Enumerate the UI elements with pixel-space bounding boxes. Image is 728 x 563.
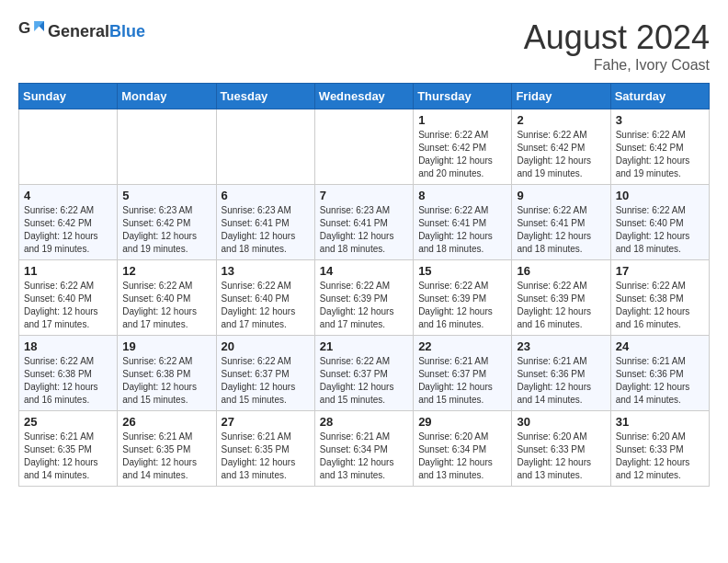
cell-info-text: Sunrise: 6:20 AM Sunset: 6:33 PM Dayligh…: [616, 431, 704, 482]
calendar-cell: 9Sunrise: 6:22 AM Sunset: 6:41 PM Daylig…: [512, 185, 610, 260]
cell-info-text: Sunrise: 6:22 AM Sunset: 6:40 PM Dayligh…: [222, 280, 310, 331]
calendar-cell: 30Sunrise: 6:20 AM Sunset: 6:33 PM Dayli…: [512, 411, 610, 487]
cell-date-number: 27: [222, 415, 310, 429]
location: Fahe, Ivory Coast: [524, 57, 710, 74]
calendar-cell: 5Sunrise: 6:23 AM Sunset: 6:42 PM Daylig…: [118, 185, 216, 260]
header-day-saturday: Saturday: [610, 84, 709, 109]
calendar-cell: 28Sunrise: 6:21 AM Sunset: 6:34 PM Dayli…: [314, 411, 413, 487]
cell-date-number: 11: [24, 264, 112, 278]
cell-info-text: Sunrise: 6:23 AM Sunset: 6:41 PM Dayligh…: [320, 204, 408, 256]
header-day-thursday: Thursday: [414, 84, 512, 109]
calendar-cell: 17Sunrise: 6:22 AM Sunset: 6:38 PM Dayli…: [610, 260, 709, 336]
cell-date-number: 18: [24, 339, 112, 353]
cell-info-text: Sunrise: 6:21 AM Sunset: 6:34 PM Dayligh…: [320, 431, 408, 482]
cell-info-text: Sunrise: 6:22 AM Sunset: 6:37 PM Dayligh…: [320, 355, 408, 407]
cell-date-number: 13: [222, 264, 310, 278]
header-day-wednesday: Wednesday: [314, 84, 413, 109]
cell-info-text: Sunrise: 6:22 AM Sunset: 6:40 PM Dayligh…: [616, 204, 704, 256]
calendar-table: SundayMondayTuesdayWednesdayThursdayFrid…: [18, 83, 710, 487]
calendar-week-3: 11Sunrise: 6:22 AM Sunset: 6:40 PM Dayli…: [19, 260, 710, 336]
cell-date-number: 26: [122, 415, 210, 429]
cell-info-text: Sunrise: 6:21 AM Sunset: 6:37 PM Dayligh…: [418, 355, 506, 407]
calendar-cell: 16Sunrise: 6:22 AM Sunset: 6:39 PM Dayli…: [512, 260, 610, 336]
cell-info-text: Sunrise: 6:21 AM Sunset: 6:35 PM Dayligh…: [24, 431, 112, 482]
cell-date-number: 17: [616, 264, 704, 278]
cell-info-text: Sunrise: 6:22 AM Sunset: 6:40 PM Dayligh…: [122, 280, 210, 331]
month-year: August 2024: [524, 18, 710, 57]
cell-date-number: 21: [320, 339, 408, 353]
calendar-cell: 21Sunrise: 6:22 AM Sunset: 6:37 PM Dayli…: [314, 336, 413, 411]
calendar-cell: 11Sunrise: 6:22 AM Sunset: 6:40 PM Dayli…: [19, 260, 118, 336]
cell-date-number: 22: [418, 339, 506, 353]
calendar-cell: 10Sunrise: 6:22 AM Sunset: 6:40 PM Dayli…: [610, 185, 709, 260]
title-block: August 2024 Fahe, Ivory Coast: [524, 18, 710, 74]
cell-info-text: Sunrise: 6:22 AM Sunset: 6:42 PM Dayligh…: [517, 129, 605, 180]
calendar-cell: 29Sunrise: 6:20 AM Sunset: 6:34 PM Dayli…: [414, 411, 512, 487]
cell-date-number: 9: [517, 189, 605, 202]
logo-blue: Blue: [109, 22, 145, 40]
cell-info-text: Sunrise: 6:20 AM Sunset: 6:34 PM Dayligh…: [418, 431, 506, 482]
cell-date-number: 28: [320, 415, 408, 429]
calendar-cell: [19, 109, 118, 185]
calendar-cell: [118, 109, 216, 185]
header-day-friday: Friday: [512, 84, 610, 109]
calendar-cell: 22Sunrise: 6:21 AM Sunset: 6:37 PM Dayli…: [414, 336, 512, 411]
cell-info-text: Sunrise: 6:22 AM Sunset: 6:39 PM Dayligh…: [320, 280, 408, 331]
calendar-cell: 19Sunrise: 6:22 AM Sunset: 6:38 PM Dayli…: [118, 336, 216, 411]
calendar-cell: 26Sunrise: 6:21 AM Sunset: 6:35 PM Dayli…: [118, 411, 216, 487]
calendar-cell: 15Sunrise: 6:22 AM Sunset: 6:39 PM Dayli…: [414, 260, 512, 336]
header-day-tuesday: Tuesday: [216, 84, 314, 109]
cell-date-number: 16: [517, 264, 605, 278]
cell-info-text: Sunrise: 6:22 AM Sunset: 6:39 PM Dayligh…: [517, 280, 605, 331]
cell-info-text: Sunrise: 6:20 AM Sunset: 6:33 PM Dayligh…: [517, 431, 605, 482]
calendar-cell: 12Sunrise: 6:22 AM Sunset: 6:40 PM Dayli…: [118, 260, 216, 336]
cell-info-text: Sunrise: 6:22 AM Sunset: 6:39 PM Dayligh…: [418, 280, 506, 331]
calendar-cell: 13Sunrise: 6:22 AM Sunset: 6:40 PM Dayli…: [216, 260, 314, 336]
calendar-week-2: 4Sunrise: 6:22 AM Sunset: 6:42 PM Daylig…: [19, 185, 710, 260]
cell-date-number: 24: [616, 339, 704, 353]
header-day-sunday: Sunday: [19, 84, 118, 109]
cell-info-text: Sunrise: 6:23 AM Sunset: 6:42 PM Dayligh…: [122, 204, 210, 256]
cell-date-number: 30: [517, 415, 605, 429]
cell-date-number: 3: [616, 113, 704, 127]
calendar-cell: 27Sunrise: 6:21 AM Sunset: 6:35 PM Dayli…: [216, 411, 314, 487]
cell-date-number: 2: [517, 113, 605, 127]
cell-info-text: Sunrise: 6:22 AM Sunset: 6:41 PM Dayligh…: [517, 204, 605, 256]
cell-info-text: Sunrise: 6:22 AM Sunset: 6:38 PM Dayligh…: [616, 280, 704, 331]
cell-info-text: Sunrise: 6:21 AM Sunset: 6:36 PM Dayligh…: [517, 355, 605, 407]
calendar-week-5: 25Sunrise: 6:21 AM Sunset: 6:35 PM Dayli…: [19, 411, 710, 487]
cell-date-number: 19: [122, 339, 210, 353]
calendar-cell: 23Sunrise: 6:21 AM Sunset: 6:36 PM Dayli…: [512, 336, 610, 411]
cell-date-number: 10: [616, 189, 704, 202]
cell-info-text: Sunrise: 6:22 AM Sunset: 6:38 PM Dayligh…: [24, 355, 112, 407]
cell-date-number: 5: [122, 189, 210, 202]
cell-date-number: 7: [320, 189, 408, 202]
calendar-cell: 2Sunrise: 6:22 AM Sunset: 6:42 PM Daylig…: [512, 109, 610, 185]
calendar-cell: 1Sunrise: 6:22 AM Sunset: 6:42 PM Daylig…: [414, 109, 512, 185]
cell-date-number: 6: [222, 189, 310, 202]
calendar-cell: 18Sunrise: 6:22 AM Sunset: 6:38 PM Dayli…: [19, 336, 118, 411]
calendar-cell: 20Sunrise: 6:22 AM Sunset: 6:37 PM Dayli…: [216, 336, 314, 411]
cell-info-text: Sunrise: 6:22 AM Sunset: 6:42 PM Dayligh…: [616, 129, 704, 180]
cell-info-text: Sunrise: 6:22 AM Sunset: 6:42 PM Dayligh…: [418, 129, 506, 180]
cell-date-number: 29: [418, 415, 506, 429]
calendar-cell: 3Sunrise: 6:22 AM Sunset: 6:42 PM Daylig…: [610, 109, 709, 185]
cell-date-number: 25: [24, 415, 112, 429]
calendar-cell: 6Sunrise: 6:23 AM Sunset: 6:41 PM Daylig…: [216, 185, 314, 260]
calendar-week-4: 18Sunrise: 6:22 AM Sunset: 6:38 PM Dayli…: [19, 336, 710, 411]
calendar-cell: 4Sunrise: 6:22 AM Sunset: 6:42 PM Daylig…: [19, 185, 118, 260]
cell-info-text: Sunrise: 6:21 AM Sunset: 6:35 PM Dayligh…: [122, 431, 210, 482]
logo-general: General: [48, 22, 109, 40]
cell-date-number: 12: [122, 264, 210, 278]
cell-date-number: 1: [418, 113, 506, 127]
cell-date-number: 23: [517, 339, 605, 353]
logo: G GeneralBlue: [18, 18, 145, 44]
cell-info-text: Sunrise: 6:23 AM Sunset: 6:41 PM Dayligh…: [222, 204, 310, 256]
calendar-cell: 8Sunrise: 6:22 AM Sunset: 6:41 PM Daylig…: [414, 185, 512, 260]
calendar-cell: [314, 109, 413, 185]
page-header: G GeneralBlue August 2024 Fahe, Ivory Co…: [18, 18, 710, 74]
header-day-monday: Monday: [118, 84, 216, 109]
calendar-cell: 24Sunrise: 6:21 AM Sunset: 6:36 PM Dayli…: [610, 336, 709, 411]
calendar-header-row: SundayMondayTuesdayWednesdayThursdayFrid…: [19, 84, 710, 109]
calendar-cell: 25Sunrise: 6:21 AM Sunset: 6:35 PM Dayli…: [19, 411, 118, 487]
